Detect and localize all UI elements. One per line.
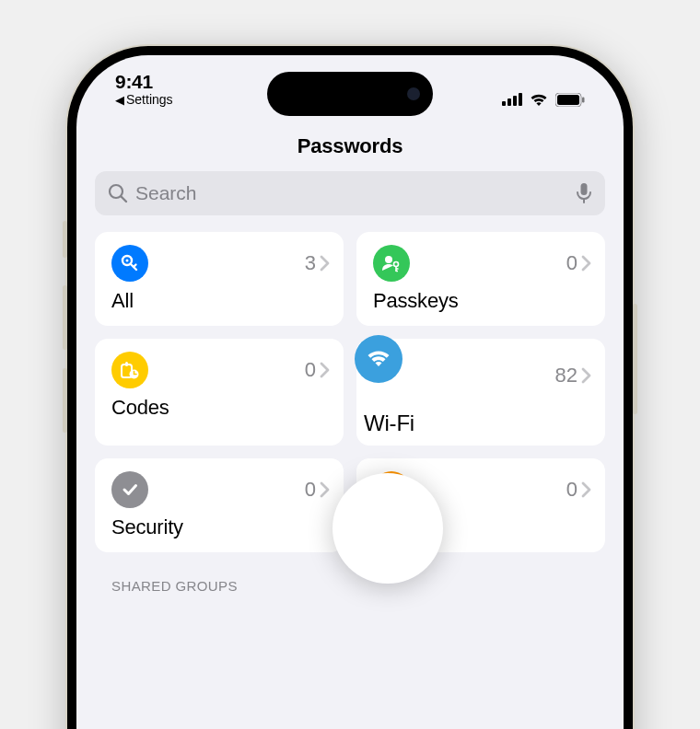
- side-button: [63, 368, 67, 433]
- chevron-right-icon: [318, 254, 331, 272]
- content-area: Passwords Search 3: [76, 134, 624, 729]
- chevron-right-icon: [318, 361, 331, 379]
- svg-rect-0: [502, 101, 506, 106]
- count: 0: [305, 478, 316, 502]
- screen: 9:41 ◀ Settings Passwords: [76, 55, 624, 729]
- back-to-settings[interactable]: ◀ Settings: [115, 92, 173, 107]
- card-label: All: [111, 289, 331, 313]
- wifi-icon: [355, 335, 402, 383]
- side-button: [63, 221, 67, 258]
- count: 0: [566, 251, 578, 275]
- svg-point-15: [385, 256, 392, 263]
- side-button: [633, 304, 637, 414]
- page-title: Passwords: [95, 134, 605, 158]
- phone-frame: 9:41 ◀ Settings Passwords: [67, 46, 633, 729]
- codes-icon: [111, 352, 148, 388]
- svg-line-8: [122, 197, 127, 202]
- svg-rect-21: [125, 362, 128, 366]
- card-label: Codes: [111, 396, 331, 420]
- battery-icon: [555, 93, 585, 107]
- svg-line-14: [134, 265, 136, 268]
- card-security[interactable]: 0 Security: [95, 458, 344, 552]
- category-grid: 3 All 0: [95, 232, 605, 552]
- trash-icon: [373, 471, 410, 508]
- card-passkeys[interactable]: 0 Passkeys: [356, 232, 605, 326]
- key-icon: [111, 245, 148, 282]
- security-check-icon: [111, 471, 148, 508]
- count: 82: [555, 364, 578, 388]
- svg-point-12: [126, 260, 129, 262]
- mic-icon[interactable]: [576, 182, 592, 204]
- card-codes[interactable]: 0 Codes: [95, 339, 344, 446]
- card-label: Security: [111, 515, 331, 539]
- card-label: Wi-Fi: [364, 411, 583, 436]
- svg-rect-6: [582, 97, 585, 102]
- chevron-right-icon: [318, 480, 331, 499]
- svg-rect-1: [508, 98, 511, 106]
- svg-rect-2: [513, 96, 517, 106]
- search-placeholder: Search: [135, 182, 568, 204]
- card-label: Deleted: [373, 515, 592, 539]
- wifi-status-icon: [529, 92, 549, 107]
- shared-groups-header: SHARED GROUPS: [95, 578, 605, 594]
- count: 0: [566, 478, 578, 502]
- passkey-icon: [373, 245, 410, 282]
- svg-rect-5: [557, 95, 579, 105]
- search-input[interactable]: Search: [95, 171, 605, 215]
- search-icon: [108, 183, 128, 203]
- card-deleted[interactable]: 0 Deleted: [356, 458, 605, 552]
- card-wifi[interactable]: 82 Wi-Fi: [356, 339, 605, 446]
- count: 3: [305, 251, 316, 275]
- card-all[interactable]: 3 All: [95, 232, 344, 326]
- cellular-signal-icon: [502, 93, 522, 106]
- dynamic-island: [267, 72, 433, 116]
- svg-rect-3: [519, 93, 522, 106]
- back-caret-icon: ◀: [115, 93, 124, 107]
- back-label: Settings: [126, 92, 173, 107]
- side-button: [63, 285, 67, 350]
- chevron-right-icon: [579, 366, 592, 385]
- svg-point-16: [394, 262, 399, 267]
- chevron-right-icon: [579, 480, 592, 499]
- card-label: Passkeys: [373, 289, 592, 313]
- svg-rect-9: [581, 183, 588, 195]
- status-time: 9:41: [115, 71, 153, 93]
- chevron-right-icon: [579, 254, 592, 272]
- count: 0: [305, 358, 316, 382]
